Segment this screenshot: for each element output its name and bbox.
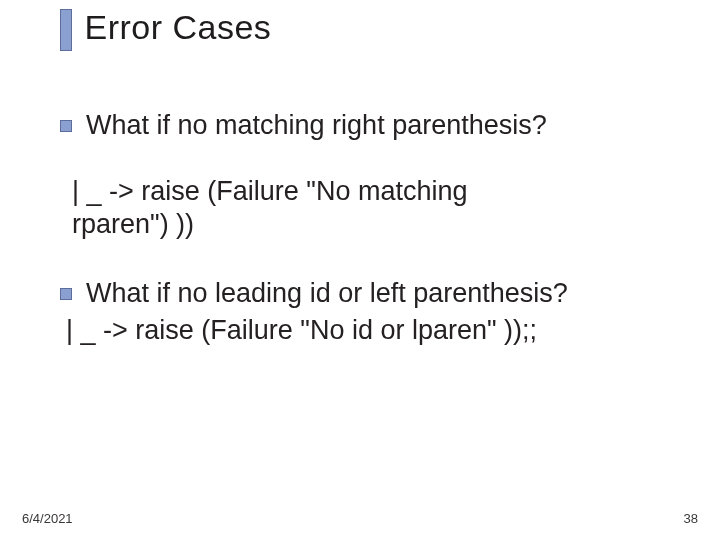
code-block: | _ -> raise (Failure "No matching rpare…	[72, 175, 660, 243]
bullet-item: What if no leading id or left parenthesi…	[60, 276, 660, 311]
footer-page-number: 38	[684, 511, 698, 526]
code-line: | _ -> raise (Failure "No matching	[72, 176, 468, 206]
bullet-group: What if no leading id or left parenthesi…	[60, 276, 660, 347]
square-bullet-icon	[60, 120, 72, 132]
slide: Error Cases What if no matching right pa…	[0, 0, 720, 540]
bullet-text: What if no leading id or left parenthesi…	[86, 276, 660, 311]
title-block: Error Cases	[60, 5, 271, 51]
code-line: | _ -> raise (Failure "No id or lparen" …	[66, 313, 660, 348]
square-bullet-icon	[60, 288, 72, 300]
title-accent-bar	[60, 9, 72, 51]
bullet-text: What if no matching right parenthesis?	[86, 108, 660, 143]
slide-body: What if no matching right parenthesis? |…	[60, 108, 660, 347]
bullet-item: What if no matching right parenthesis?	[60, 108, 660, 143]
footer-date: 6/4/2021	[22, 511, 73, 526]
slide-title: Error Cases	[84, 5, 271, 47]
code-line: rparen") ))	[72, 209, 194, 239]
